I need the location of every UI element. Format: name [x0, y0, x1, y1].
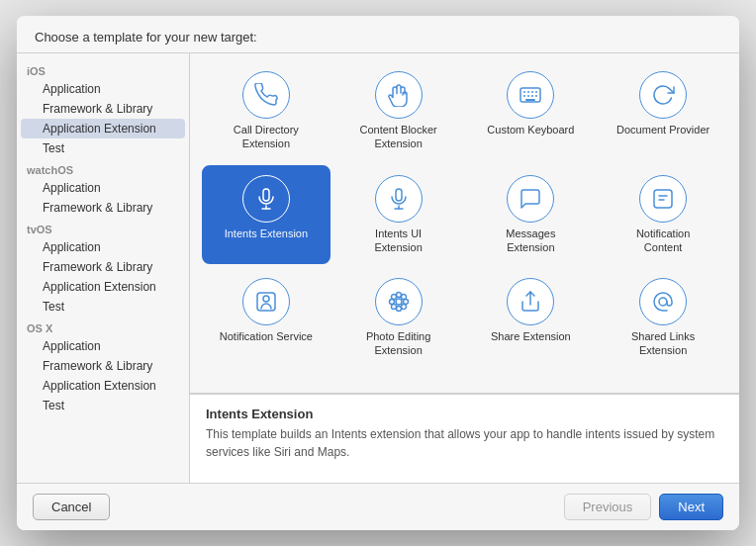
template-label-messages: Messages Extension [484, 227, 578, 255]
next-button[interactable]: Next [659, 494, 723, 520]
description-panel: Intents Extension This template builds a… [190, 394, 739, 483]
dialog-footer: Cancel Previous Next [17, 483, 739, 530]
at-icon [639, 278, 687, 325]
notif-box-icon [639, 175, 687, 223]
mic-outline-icon [375, 175, 423, 223]
template-label-shared-links: Shared Links Extension [616, 329, 710, 358]
sidebar-item-osx-app[interactable]: Application [21, 336, 185, 356]
sidebar-item-osx-ext[interactable]: Application Extension [21, 376, 185, 396]
bubble-icon [507, 175, 554, 223]
sidebar-item-ios-fw[interactable]: Framework & Library [21, 99, 185, 119]
svg-point-23 [396, 307, 401, 312]
previous-button[interactable]: Previous [564, 494, 652, 520]
svg-rect-16 [654, 190, 672, 208]
template-item-photo-editing[interactable]: Photo Editing Extension [334, 268, 463, 368]
svg-point-28 [401, 295, 406, 300]
cancel-button[interactable]: Cancel [33, 494, 110, 520]
template-label-share: Share Extension [491, 329, 571, 343]
template-item-notif-service[interactable]: Notification Service [202, 268, 331, 368]
phone-icon [242, 71, 290, 119]
template-label-doc-provider: Document Provider [616, 123, 709, 136]
sidebar-item-osx-fw[interactable]: Framework & Library [21, 356, 185, 376]
template-item-messages[interactable]: Messages Extension [467, 165, 596, 265]
svg-rect-10 [263, 189, 269, 201]
sidebar: iOSApplicationFramework & LibraryApplica… [17, 53, 190, 483]
description-text: This template builds an Intents extensio… [206, 425, 723, 461]
dialog: Choose a template for your new target: i… [17, 16, 739, 530]
svg-point-20 [263, 296, 269, 302]
sidebar-item-tv-fw[interactable]: Framework & Library [21, 257, 185, 277]
sidebar-item-ios-test[interactable]: Test [21, 138, 185, 158]
sidebar-section-watchos: watchOS [17, 158, 189, 178]
svg-point-22 [396, 293, 401, 298]
sidebar-section-os x: OS X [17, 317, 189, 336]
svg-rect-13 [396, 189, 402, 201]
svg-point-29 [391, 305, 396, 310]
flower-icon [375, 278, 423, 325]
header-label: Choose a template for your new target: [35, 30, 257, 45]
template-item-content-blocker[interactable]: Content Blocker Extension [334, 61, 463, 161]
sidebar-section-ios: iOS [17, 59, 189, 79]
mic-icon [242, 175, 290, 223]
template-label-notif-content: Notification Content [616, 227, 710, 255]
sidebar-item-watch-app[interactable]: Application [21, 178, 185, 198]
footer-right: Previous Next [564, 494, 723, 520]
svg-point-25 [403, 300, 408, 305]
template-item-doc-provider[interactable]: Document Provider [599, 61, 727, 161]
sidebar-item-watch-fw[interactable]: Framework & Library [21, 198, 185, 218]
sidebar-section-tvos: tvOS [17, 218, 189, 237]
template-label-notif-service: Notification Service [220, 329, 313, 343]
svg-point-27 [401, 305, 406, 310]
keyboard-icon [507, 71, 554, 119]
template-item-shared-links[interactable]: Shared Links Extension [599, 268, 727, 368]
hand-icon [375, 71, 423, 119]
refresh-icon [639, 71, 687, 119]
sidebar-item-ios-app[interactable]: Application [21, 79, 185, 99]
sidebar-item-tv-ext[interactable]: Application Extension [21, 277, 185, 297]
sidebar-item-tv-test[interactable]: Test [21, 297, 185, 317]
sidebar-item-ios-ext[interactable]: Application Extension [21, 119, 185, 138]
svg-point-21 [396, 299, 402, 305]
description-title: Intents Extension [206, 407, 723, 421]
template-label-custom-keyboard: Custom Keyboard [487, 123, 574, 136]
sidebar-item-osx-test[interactable]: Test [21, 396, 185, 415]
template-grid: Call Directory ExtensionContent Blocker … [202, 61, 727, 368]
template-item-custom-keyboard[interactable]: Custom Keyboard [467, 61, 596, 161]
template-label-photo-editing: Photo Editing Extension [351, 329, 445, 358]
sidebar-item-tv-app[interactable]: Application [21, 237, 185, 257]
template-item-intents-ui[interactable]: Intents UI Extension [334, 165, 463, 265]
template-item-call-dir[interactable]: Call Directory Extension [202, 61, 331, 161]
template-grid-container: Call Directory ExtensionContent Blocker … [190, 53, 739, 394]
template-item-share[interactable]: Share Extension [467, 268, 596, 368]
template-label-intents-ui: Intents UI Extension [351, 227, 445, 255]
person-box-icon [242, 278, 290, 325]
dialog-header: Choose a template for your new target: [17, 16, 739, 53]
content-area: Call Directory ExtensionContent Blocker … [190, 53, 739, 483]
svg-point-26 [391, 295, 396, 300]
dialog-body: iOSApplicationFramework & LibraryApplica… [17, 53, 739, 483]
template-label-call-dir: Call Directory Extension [219, 123, 313, 151]
template-item-notif-content[interactable]: Notification Content [599, 165, 727, 265]
svg-point-31 [659, 298, 667, 306]
svg-point-24 [389, 300, 394, 305]
template-label-content-blocker: Content Blocker Extension [351, 123, 445, 151]
template-item-intents[interactable]: Intents Extension [202, 165, 331, 265]
template-label-intents: Intents Extension [225, 227, 308, 240]
share-icon [507, 278, 554, 325]
